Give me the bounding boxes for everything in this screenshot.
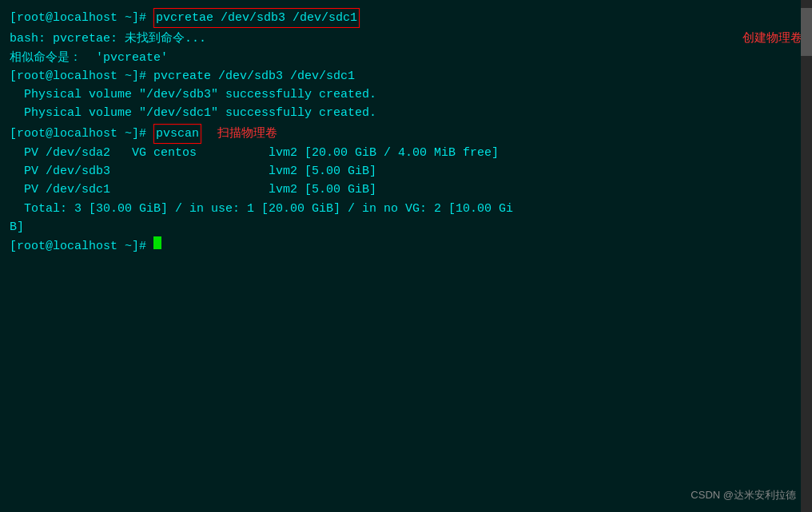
- pv-total-cont: B]: [10, 218, 24, 236]
- annotation-create: 创建物理卷: [742, 28, 802, 46]
- prompt-4: [root@localhost ~]# pvcreate /dev/sdb3 /…: [10, 67, 355, 85]
- annotation-scan: 扫描物理卷: [217, 123, 277, 141]
- pv-sdb3-output: Physical volume "/dev/sdb3" successfully…: [10, 85, 376, 104]
- scrollbar-thumb[interactable]: [801, 8, 812, 56]
- watermark: CSDN @达米安利拉德: [691, 488, 796, 502]
- pv-sda2: PV /dev/sda2 VG centos lvm2 [20.00 GiB /…: [10, 144, 499, 162]
- terminal-line-10: PV /dev/sdc1 lvm2 [5.00 GiB]: [10, 181, 802, 199]
- terminal-window: [root@localhost ~]# pvcretae /dev/sdb3 /…: [0, 0, 812, 512]
- terminal-line-4: [root@localhost ~]# pvcreate /dev/sdb3 /…: [10, 67, 802, 85]
- pvscan-command: pvscan: [153, 124, 201, 144]
- pv-sdc1-output: Physical volume "/dev/sdc1" successfully…: [10, 104, 376, 122]
- pv-sdb3: PV /dev/sdb3 lvm2 [5.00 GiB]: [10, 162, 376, 181]
- terminal-line-11: Total: 3 [30.00 GiB] / in use: 1 [20.00 …: [10, 200, 802, 218]
- pv-sdc1: PV /dev/sdc1 lvm2 [5.00 GiB]: [10, 181, 376, 199]
- terminal-line-2: bash: pvcretae: 未找到命令... 创建物理卷: [10, 28, 802, 48]
- error-text: bash: pvcretae: 未找到命令...: [10, 30, 206, 48]
- prompt-7: [root@localhost ~]#: [10, 125, 153, 143]
- terminal-line-5: Physical volume "/dev/sdb3" successfully…: [10, 85, 802, 104]
- scrollbar[interactable]: [801, 0, 812, 512]
- final-prompt: [root@localhost ~]#: [10, 237, 153, 256]
- prompt-1: [root@localhost ~]#: [10, 9, 153, 27]
- terminal-line-9: PV /dev/sdb3 lvm2 [5.00 GiB]: [10, 162, 802, 181]
- error-command: pvcretae /dev/sdb3 /dev/sdc1: [153, 8, 360, 28]
- terminal-line-3: 相似命令是： 'pvcreate': [10, 49, 802, 67]
- terminal-line-11b: B]: [10, 218, 802, 236]
- suggest-text: 相似命令是： 'pvcreate': [10, 49, 168, 67]
- pv-total: Total: 3 [30.00 GiB] / in use: 1 [20.00 …: [10, 200, 513, 218]
- terminal-line-6: Physical volume "/dev/sdc1" successfully…: [10, 104, 802, 122]
- terminal-line-7: [root@localhost ~]# pvscan扫描物理卷: [10, 123, 802, 144]
- terminal-line-1: [root@localhost ~]# pvcretae /dev/sdb3 /…: [10, 8, 802, 28]
- terminal-cursor: [153, 236, 161, 249]
- terminal-line-12: [root@localhost ~]#: [10, 236, 802, 256]
- terminal-line-8: PV /dev/sda2 VG centos lvm2 [20.00 GiB /…: [10, 144, 802, 162]
